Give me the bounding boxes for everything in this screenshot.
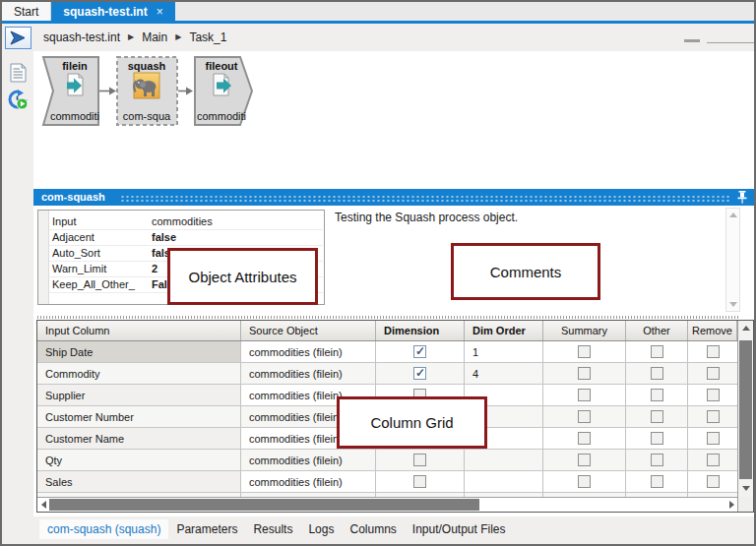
tab-start-label: Start [14,5,38,19]
node-fileout[interactable]: fileout commoditi [195,57,252,125]
summary-checkbox[interactable] [578,367,591,380]
tab-logs[interactable]: Logs [300,519,342,539]
grid-cell-input-column[interactable]: Customer Name [37,428,241,449]
vertical-scrollbar[interactable] [737,321,753,512]
grid-cell-dim-order[interactable]: 4 [465,363,543,384]
summary-checkbox[interactable] [578,454,591,466]
grid-row[interactable]: Ship Datecommodities (filein)1 [37,341,737,363]
grid-column-header[interactable]: Source Object [241,321,376,340]
other-checkbox[interactable] [651,345,663,358]
grid-cell-input-column[interactable]: Sales [37,471,241,492]
dimension-checkbox[interactable] [413,475,426,488]
panel-title-bar[interactable]: com-squash [33,189,754,206]
other-checkbox[interactable] [651,389,663,401]
close-tab-icon[interactable]: × [157,5,163,19]
grid-column-header[interactable]: Dimension [376,321,465,340]
scroll-right-button[interactable] [725,498,737,512]
horizontal-scrollbar[interactable] [37,497,737,512]
grid-cell-dim-order[interactable]: 1 [465,341,543,362]
remove-checkbox[interactable] [707,389,720,401]
grid-cell [543,471,626,492]
scroll-up-icon[interactable] [729,212,737,217]
scroll-down-button[interactable] [738,481,753,495]
breadcrumb-item[interactable]: Main [142,30,167,44]
remove-checkbox[interactable] [707,475,720,488]
summary-checkbox[interactable] [578,410,591,423]
grid-column-header[interactable]: Summary [543,321,626,340]
dimension-checkbox[interactable] [413,345,426,358]
tab-com-squash-squash[interactable]: com-squash (squash) [39,519,168,539]
grid-cell [688,363,737,384]
grid-cell-input-column[interactable]: Ship Date [37,341,241,362]
other-checkbox[interactable] [651,475,663,488]
grid-column-header[interactable]: Input Column [37,321,241,340]
horizontal-scrollbar-thumb[interactable] [49,499,479,511]
grid-row[interactable]: Salescommodities (filein) [37,471,737,493]
grid-cell [376,363,465,384]
grid-cell-input-column[interactable]: Customer Number [37,406,241,427]
attribute-row[interactable]: Inputcommodities [49,213,323,230]
node-squash-title: squash [128,60,166,72]
other-checkbox[interactable] [651,454,663,466]
grid-cell-dim-order[interactable] [465,471,543,492]
scroll-left-button[interactable] [37,498,49,512]
refresh-run-button[interactable] [6,89,30,112]
tab-parameters[interactable]: Parameters [168,519,245,539]
breadcrumb-item[interactable]: squash-test.int [43,30,120,44]
attribute-value[interactable]: false [152,229,323,245]
comments-scrollbar[interactable] [725,208,740,312]
report-button[interactable] [6,61,30,85]
grid-column-header[interactable]: Other [626,321,688,340]
panel-title: com-squash [41,191,105,203]
attribute-value[interactable]: commodities [152,213,323,229]
breadcrumb-separator-icon: ▶ [175,32,181,41]
other-checkbox[interactable] [651,432,663,445]
grid-cell-input-column[interactable]: Qty [37,450,241,470]
scroll-up-button[interactable] [738,321,753,334]
vertical-scrollbar-thumb[interactable] [739,340,752,479]
collapse-handle[interactable] [684,39,700,42]
remove-checkbox[interactable] [707,345,720,358]
grid-column-header[interactable]: Dim Order [465,321,543,340]
comments-text[interactable]: Testing the Squash process object. [335,211,709,224]
remove-checkbox[interactable] [707,367,720,380]
tab-start[interactable]: Start [2,2,51,21]
node-filein[interactable]: filein commoditi [43,57,99,125]
summary-checkbox[interactable] [578,475,591,488]
grid-cell-source-object[interactable]: commodities (filein) [241,341,376,362]
run-button[interactable] [5,27,32,49]
node-fileout-title: fileout [206,60,238,72]
other-checkbox[interactable] [651,367,663,380]
grid-row[interactable]: Commoditycommodities (filein)4 [37,363,737,385]
grid-cell-dim-order[interactable] [465,450,543,470]
summary-checkbox[interactable] [578,432,591,445]
tab-input-output-files[interactable]: Input/Output Files [405,519,514,539]
other-checkbox[interactable] [651,410,663,423]
panel-splitter-dots[interactable] [37,316,738,319]
grid-cell-input-column[interactable]: Supplier [37,385,241,405]
grid-column-header[interactable]: Remove [688,321,737,340]
scroll-down-icon[interactable] [729,302,737,307]
pin-icon[interactable] [737,191,747,204]
remove-checkbox[interactable] [707,410,720,423]
dimension-checkbox[interactable] [413,367,426,380]
tab-columns[interactable]: Columns [342,519,404,539]
tab-results[interactable]: Results [245,519,300,539]
annotation-comments-label: Comments [490,264,562,280]
grid-cell [688,471,737,492]
grid-cell-source-object[interactable]: commodities (filein) [241,471,376,492]
remove-checkbox[interactable] [707,454,720,466]
tab-squash-test-int[interactable]: squash-test.int × [51,2,174,21]
dimension-checkbox[interactable] [413,454,426,466]
node-squash-label: com-squa [123,110,171,122]
grid-cell-input-column[interactable]: Commodity [37,363,241,384]
node-squash[interactable]: squash com-squa [117,57,177,125]
grid-cell-source-object[interactable]: commodities (filein) [241,450,376,470]
summary-checkbox[interactable] [578,345,591,358]
breadcrumb-item[interactable]: Task_1 [189,30,226,44]
attribute-row[interactable]: Adjacentfalse [49,229,323,246]
grid-row[interactable]: Qtycommodities (filein) [37,450,737,471]
summary-checkbox[interactable] [578,389,591,401]
grid-cell-source-object[interactable]: commodities (filein) [241,363,376,384]
remove-checkbox[interactable] [707,432,720,445]
